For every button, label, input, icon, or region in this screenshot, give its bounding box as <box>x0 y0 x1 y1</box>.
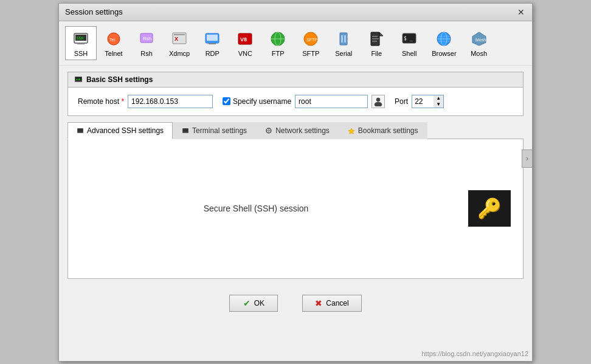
protocol-shell[interactable]: $ _ Shell <box>393 26 425 60</box>
tab-content-area: Secure Shell (SSH) session 🔑 <box>67 139 524 279</box>
remote-host-input[interactable] <box>128 95 213 108</box>
username-input[interactable] <box>295 95 368 108</box>
port-group: Port ▲ ▼ <box>395 95 444 108</box>
tab-advanced-ssh[interactable]: Advanced SSH settings <box>67 122 173 139</box>
settings-tabs-container: Advanced SSH settings Terminal settings <box>67 122 524 279</box>
specify-username-checkbox[interactable] <box>223 97 230 105</box>
serial-label: Serial <box>335 50 352 57</box>
cancel-label: Cancel <box>326 299 348 307</box>
svg-rect-23 <box>344 35 346 43</box>
svg-point-42 <box>375 102 382 106</box>
vnc-icon: V8 <box>235 29 255 49</box>
key-icon: 🔑 <box>477 197 502 220</box>
tab-terminal-icon <box>182 127 189 134</box>
svg-text:V8: V8 <box>240 36 247 43</box>
cancel-icon: ✖ <box>315 298 322 308</box>
ftp-label: FTP <box>272 50 285 57</box>
protocol-ssh[interactable]: SSH SSH <box>65 26 97 60</box>
tab-bookmark-icon <box>348 127 355 134</box>
port-decrement-button[interactable]: ▼ <box>434 101 443 108</box>
basic-settings-content: Remote host * Specify username <box>68 88 523 115</box>
bottom-bar: ✔ OK ✖ Cancel <box>59 285 532 321</box>
ok-icon: ✔ <box>243 298 251 308</box>
protocol-bar: SSH SSH Tel Telnet Rsh Rsh <box>59 21 532 66</box>
svg-text:Rsh: Rsh <box>143 36 151 41</box>
svg-rect-13 <box>209 43 216 44</box>
svg-rect-12 <box>207 35 218 41</box>
protocol-rdp[interactable]: RDP <box>196 26 228 60</box>
user-browse-button[interactable] <box>372 95 385 108</box>
port-wrapper: ▲ ▼ <box>412 95 444 108</box>
browser-icon <box>434 29 454 49</box>
protocol-file[interactable]: File <box>361 26 392 60</box>
tab-advanced-ssh-label: Advanced SSH settings <box>87 126 164 135</box>
rsh-icon: Rsh <box>137 29 156 49</box>
remote-host-group: Remote host * <box>78 95 213 108</box>
ok-button[interactable]: ✔ OK <box>229 295 278 312</box>
tab-ssh-icon <box>77 127 84 134</box>
ftp-icon <box>268 29 288 49</box>
svg-text:ssh: ssh <box>76 78 81 81</box>
session-description: Secure Shell (SSH) session <box>80 204 432 213</box>
xdmcp-icon: X <box>170 29 189 49</box>
svg-marker-25 <box>379 32 383 36</box>
basic-settings-section: ssh Basic SSH settings Remote host * Spe… <box>67 72 524 116</box>
protocol-telnet[interactable]: Tel Telnet <box>98 26 130 60</box>
svg-text:$ _: $ _ <box>404 36 413 41</box>
username-group: Specify username <box>223 95 385 108</box>
scroll-arrow[interactable]: › <box>522 149 533 168</box>
tab-network[interactable]: Network settings <box>256 122 339 139</box>
close-button[interactable]: ✕ <box>516 7 526 17</box>
xdmcp-label: Xdmcp <box>169 50 190 57</box>
mosh-label: Mosh <box>471 50 487 57</box>
file-label: File <box>371 50 382 57</box>
sftp-label: SFTP <box>302 50 319 57</box>
protocol-sftp[interactable]: SFTP SFTP <box>295 26 327 60</box>
serial-icon <box>334 29 353 49</box>
port-spinner: ▲ ▼ <box>434 95 444 108</box>
svg-rect-27 <box>372 38 379 39</box>
tab-bookmark[interactable]: Bookmark settings <box>339 122 427 139</box>
content-area: ssh Basic SSH settings Remote host * Spe… <box>59 66 532 285</box>
rsh-label: Rsh <box>140 50 153 57</box>
file-icon <box>367 29 386 49</box>
vnc-label: VNC <box>238 50 252 57</box>
protocol-rsh[interactable]: Rsh Rsh <box>131 26 162 60</box>
svg-rect-2 <box>77 43 85 44</box>
specify-username-label: Specify username <box>233 97 291 106</box>
tab-network-icon <box>265 127 272 134</box>
telnet-label: Telnet <box>105 50 122 57</box>
protocol-mosh[interactable]: Mosh Mosh <box>463 26 495 60</box>
rdp-icon <box>202 29 222 49</box>
title-bar: Session settings ✕ <box>59 4 532 21</box>
port-increment-button[interactable]: ▲ <box>434 95 443 101</box>
protocol-ftp[interactable]: FTP <box>262 26 294 60</box>
svg-point-41 <box>376 98 380 101</box>
basic-settings-header: ssh Basic SSH settings <box>68 72 523 88</box>
tab-terminal[interactable]: Terminal settings <box>173 122 256 139</box>
session-settings-dialog: Session settings ✕ SSH SSH Tel <box>58 3 533 362</box>
protocol-serial[interactable]: Serial <box>328 26 359 60</box>
svg-text:SFTP: SFTP <box>306 38 317 42</box>
specify-username-checkbox-label[interactable]: Specify username <box>223 97 291 106</box>
svg-rect-26 <box>372 36 378 37</box>
user-icon <box>373 97 383 106</box>
port-input[interactable] <box>412 95 434 108</box>
svg-text:Tel: Tel <box>109 38 115 42</box>
protocol-xdmcp[interactable]: X Xdmcp <box>164 26 195 60</box>
ssh-section-icon: ssh <box>74 75 83 84</box>
shell-label: Shell <box>402 50 416 57</box>
dialog-title: Session settings <box>65 7 123 16</box>
svg-text:SSH: SSH <box>77 36 83 40</box>
mosh-icon: Mosh <box>469 29 489 49</box>
svg-text:X: X <box>175 36 178 42</box>
svg-text:Mosh: Mosh <box>475 38 486 42</box>
protocol-vnc[interactable]: V8 VNC <box>229 26 261 60</box>
sftp-icon: SFTP <box>301 29 320 49</box>
tabs-bar: Advanced SSH settings Terminal settings <box>67 122 524 139</box>
protocol-browser[interactable]: Browser <box>426 26 461 60</box>
svg-rect-22 <box>341 35 343 43</box>
ssh-label: SSH <box>74 50 88 57</box>
key-icon-box: 🔑 <box>468 190 511 227</box>
cancel-button[interactable]: ✖ Cancel <box>302 295 361 312</box>
